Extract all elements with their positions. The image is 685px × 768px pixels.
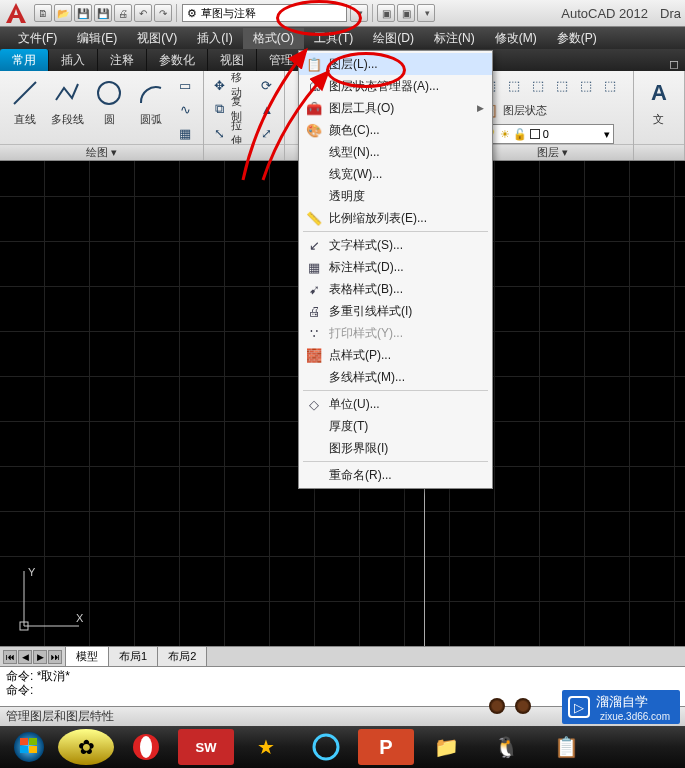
- task-browser-icon[interactable]: [298, 729, 354, 765]
- tool-polyline[interactable]: 多段线: [48, 74, 86, 127]
- print-icon[interactable]: 🖨: [114, 4, 132, 22]
- menu-item: ∵打印样式(Y)...: [299, 322, 492, 344]
- task-app1-icon[interactable]: ✿: [58, 729, 114, 765]
- menu-item[interactable]: 多线样式(M)...: [299, 366, 492, 388]
- tab-annotate[interactable]: 注释: [98, 49, 147, 71]
- layer-btn6-icon[interactable]: ⬚: [599, 74, 621, 96]
- layer-btn2-icon[interactable]: ⬚: [503, 74, 525, 96]
- menu-format[interactable]: 格式(O): [243, 28, 304, 49]
- menu-item[interactable]: 🧰图层工具(O)▶: [299, 97, 492, 119]
- sheet-tabs: ⏮◀▶⏭ 模型 布局1 布局2: [0, 646, 685, 666]
- layer-btn4-icon[interactable]: ⬚: [551, 74, 573, 96]
- layer-selector[interactable]: 💡 ☀ 🔓 0 ▾: [479, 124, 614, 144]
- tool-hatch-icon[interactable]: ▦: [174, 122, 196, 144]
- lock-icon: 🔓: [513, 128, 527, 141]
- tab-view[interactable]: 视图: [208, 49, 257, 71]
- menu-insert[interactable]: 插入(I): [187, 28, 242, 49]
- task-qq-icon[interactable]: 🐧: [478, 729, 534, 765]
- tool-circle[interactable]: 圆: [90, 74, 128, 127]
- workspace-dropdown-icon[interactable]: [350, 4, 368, 22]
- menu-item[interactable]: 线宽(W)...: [299, 163, 492, 185]
- svg-point-1: [98, 82, 120, 104]
- saveas-icon[interactable]: 💾: [94, 4, 112, 22]
- app-logo-icon[interactable]: [4, 1, 29, 26]
- menu-item-icon: 🧱: [303, 346, 325, 364]
- tool-mirror-icon[interactable]: ▲: [256, 98, 278, 120]
- menu-item[interactable]: 🖨多重引线样式(I): [299, 300, 492, 322]
- decor-icons: [489, 698, 531, 714]
- save-icon[interactable]: 💾: [74, 4, 92, 22]
- menu-edit[interactable]: 编辑(E): [67, 28, 127, 49]
- sheet-nav[interactable]: ⏮◀▶⏭: [0, 650, 65, 664]
- menu-modify[interactable]: 修改(M): [485, 28, 547, 49]
- menu-item[interactable]: 厚度(T): [299, 415, 492, 437]
- new-icon[interactable]: 🗎: [34, 4, 52, 22]
- menu-item[interactable]: 线型(N)...: [299, 141, 492, 163]
- layer-btn5-icon[interactable]: ⬚: [575, 74, 597, 96]
- workspace-combo[interactable]: ⚙ 草图与注释: [182, 4, 347, 22]
- tab-home[interactable]: 常用: [0, 49, 49, 71]
- menu-item[interactable]: ↙文字样式(S)...: [299, 234, 492, 256]
- tab-insert[interactable]: 插入: [49, 49, 98, 71]
- ucs-icon: X Y: [14, 566, 84, 636]
- panel-layers-title[interactable]: 图层 ▾: [473, 144, 633, 160]
- task-app3-icon[interactable]: 📋: [538, 729, 594, 765]
- submenu-arrow-icon: ▶: [477, 103, 484, 113]
- tab-model[interactable]: 模型: [65, 646, 109, 667]
- menu-item-icon: ▦: [303, 258, 325, 276]
- svg-point-14: [314, 735, 338, 759]
- open-icon[interactable]: 📂: [54, 4, 72, 22]
- menu-file[interactable]: 文件(F): [8, 28, 67, 49]
- tab-layout1[interactable]: 布局1: [108, 646, 158, 667]
- menu-item[interactable]: 🗂图层状态管理器(A)...: [299, 75, 492, 97]
- layer-btn3-icon[interactable]: ⬚: [527, 74, 549, 96]
- menu-item[interactable]: 透明度: [299, 185, 492, 207]
- menu-item-label: 图层工具(O): [329, 100, 394, 117]
- menu-item[interactable]: 📏比例缩放列表(E)...: [299, 207, 492, 229]
- redo-icon[interactable]: ↷: [154, 4, 172, 22]
- menu-item-label: 颜色(C)...: [329, 122, 380, 139]
- tool-arc[interactable]: 圆弧: [132, 74, 170, 127]
- menu-view[interactable]: 视图(V): [127, 28, 187, 49]
- menu-item-icon: [303, 143, 325, 161]
- menu-draw[interactable]: 绘图(D): [363, 28, 424, 49]
- ribbon-expand-icon[interactable]: ◻: [663, 57, 685, 71]
- task-explorer-icon[interactable]: 📁: [418, 729, 474, 765]
- svg-line-0: [14, 82, 36, 104]
- window-btn2-icon[interactable]: ▣: [397, 4, 415, 22]
- panel-layers: ⬚ ⬚ ⬚ ⬚ ⬚ ⬚ 📋图层状态 💡 ☀ 🔓 0 ▾ 图层 ▾: [473, 71, 634, 160]
- tool-spline-icon[interactable]: ∿: [174, 98, 196, 120]
- menu-item[interactable]: 🧱点样式(P)...: [299, 344, 492, 366]
- tool-stretch[interactable]: ⤡拉伸: [210, 122, 252, 144]
- task-opera-icon[interactable]: [118, 729, 174, 765]
- task-powerpoint-icon[interactable]: P: [358, 729, 414, 765]
- task-solidworks-icon[interactable]: SW: [178, 729, 234, 765]
- window-btn1-icon[interactable]: ▣: [377, 4, 395, 22]
- start-button-icon[interactable]: [4, 729, 54, 765]
- panel-draw-title[interactable]: 绘图 ▾: [0, 144, 203, 160]
- tool-line[interactable]: 直线: [6, 74, 44, 127]
- menu-item[interactable]: 📋图层(L)...: [299, 53, 492, 75]
- tool-copy[interactable]: ⧉复制: [210, 98, 252, 120]
- tool-scale-icon[interactable]: ⤢: [256, 122, 278, 144]
- menu-item[interactable]: ➹表格样式(B)...: [299, 278, 492, 300]
- menu-item[interactable]: ◇单位(U)...: [299, 393, 492, 415]
- menu-item[interactable]: 重命名(R)...: [299, 464, 492, 486]
- menu-parametric[interactable]: 参数(P): [547, 28, 607, 49]
- tool-rect-icon[interactable]: ▭: [174, 74, 196, 96]
- menu-item[interactable]: 图形界限(I): [299, 437, 492, 459]
- menu-item[interactable]: 🎨颜色(C)...: [299, 119, 492, 141]
- tool-rotate-icon[interactable]: ⟳: [256, 74, 278, 96]
- tab-layout2[interactable]: 布局2: [157, 646, 207, 667]
- undo-icon[interactable]: ↶: [134, 4, 152, 22]
- menu-item-label: 重命名(R)...: [329, 467, 392, 484]
- menu-dimension[interactable]: 标注(N): [424, 28, 485, 49]
- tool-text[interactable]: A 文: [640, 74, 678, 127]
- tab-parametric[interactable]: 参数化: [147, 49, 208, 71]
- qat-overflow-icon[interactable]: [417, 4, 435, 22]
- workspace-label: 草图与注释: [201, 6, 256, 21]
- task-app2-icon[interactable]: ★: [238, 729, 294, 765]
- menu-item[interactable]: ▦标注样式(D)...: [299, 256, 492, 278]
- tool-move[interactable]: ✥移动: [210, 74, 252, 96]
- menu-tools[interactable]: 工具(T): [304, 28, 363, 49]
